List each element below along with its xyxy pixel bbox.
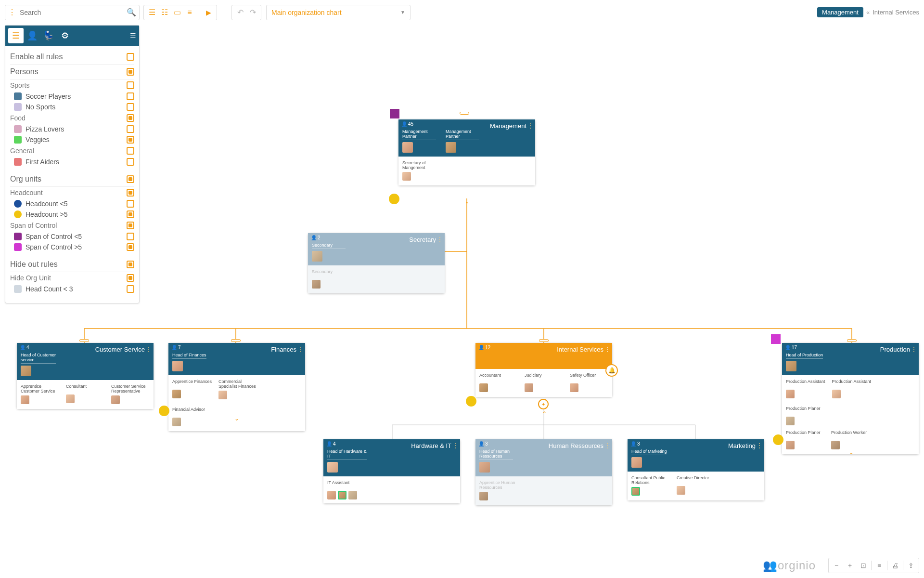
span-tag-icon xyxy=(771,334,781,344)
card-view-button[interactable]: ▭ xyxy=(171,6,183,19)
breadcrumb-active[interactable]: Management xyxy=(817,7,863,17)
avatar xyxy=(786,361,796,371)
headcount-dot-icon xyxy=(159,406,169,416)
breadcrumb-inactive[interactable]: Internal Services xyxy=(873,9,919,16)
avatar xyxy=(525,383,533,392)
avatar xyxy=(338,491,346,499)
alert-ring-icon[interactable]: 🔔 xyxy=(605,364,618,377)
person-icon: 👤 xyxy=(785,345,791,350)
card-customer-service[interactable]: 👤4 Customer Service ⋮ Head of Customer s… xyxy=(17,343,154,409)
card-hr[interactable]: 👤3 Human Ressources ⋮ Head of Human Ress… xyxy=(475,439,612,505)
card-menu-icon[interactable]: ⋮ xyxy=(452,442,458,449)
zoom-in-button[interactable]: + xyxy=(843,559,857,572)
avatar xyxy=(327,491,336,499)
avatar xyxy=(111,395,120,404)
search-box: ⋮ 🔍 xyxy=(5,5,140,20)
avatar xyxy=(21,366,31,376)
breadcrumb-sep: « xyxy=(866,9,870,16)
expand-up-icon[interactable]: ⌃ xyxy=(542,410,547,417)
expand-down-icon[interactable]: ⌄ xyxy=(234,415,239,422)
headcount-dot-icon xyxy=(389,194,399,204)
avatar xyxy=(786,417,795,425)
print-button[interactable]: 🖨 xyxy=(888,559,902,572)
list-view-button[interactable]: ☰ xyxy=(146,6,158,19)
collapse-handle[interactable] xyxy=(539,339,549,342)
avatar xyxy=(786,441,795,449)
search-icon[interactable]: 🔍 xyxy=(127,8,136,17)
settings-button[interactable]: ≡ xyxy=(873,559,886,572)
headcount-dot-icon xyxy=(466,396,476,407)
avatar xyxy=(786,390,795,398)
card-menu-icon[interactable]: ⋮ xyxy=(146,346,152,353)
person-icon: 👤 xyxy=(311,235,317,240)
card-management[interactable]: 👤45 Management ⋮ Management Partner Mana… xyxy=(398,119,535,185)
card-menu-icon[interactable]: ⋮ xyxy=(911,346,917,353)
share-button[interactable]: ⇪ xyxy=(904,559,918,572)
compact-view-button[interactable]: ≡ xyxy=(183,6,196,19)
headcount-dot-icon xyxy=(773,434,783,445)
avatar xyxy=(479,462,490,473)
undo-button[interactable]: ↶ xyxy=(234,6,246,19)
avatar xyxy=(677,486,685,495)
person-icon: 👤 xyxy=(478,441,484,447)
zoom-out-button[interactable]: − xyxy=(830,559,843,572)
card-marketing[interactable]: 👤3 Marketing ⋮ Head of Marketing Consult… xyxy=(628,439,764,500)
collapse-handle[interactable] xyxy=(231,339,241,342)
card-menu-icon[interactable]: ⋮ xyxy=(527,122,533,129)
play-button[interactable]: ▶ xyxy=(202,6,215,19)
collapse-handle[interactable] xyxy=(847,339,857,342)
avatar xyxy=(66,394,75,403)
view-buttons-group: ☰ ☷ ▭ ≡ ▶ xyxy=(143,5,217,20)
person-icon: 👤 xyxy=(326,441,332,447)
person-icon: 👤 xyxy=(20,345,26,350)
avatar xyxy=(402,142,413,153)
chart-selector[interactable]: Main organization chart ▼ xyxy=(266,5,411,20)
history-group: ↶ ↷ xyxy=(231,5,261,20)
breadcrumb: Management « Internal Services xyxy=(817,7,919,17)
chart-selector-label: Main organization chart xyxy=(271,9,342,16)
avatar xyxy=(172,361,183,371)
avatar xyxy=(312,280,321,289)
card-production[interactable]: 👤17 Production ⋮ Head of Production Prod… xyxy=(782,343,919,454)
collapse-handle[interactable] xyxy=(79,339,89,342)
card-menu-icon[interactable]: ⋮ xyxy=(604,346,610,353)
org-chart-canvas[interactable]: 👤45 Management ⋮ Management Partner Mana… xyxy=(0,25,924,578)
chevron-down-icon: ▼ xyxy=(400,10,405,15)
avatar xyxy=(218,391,227,399)
fit-button[interactable]: ⊡ xyxy=(857,559,870,572)
tree-view-button[interactable]: ☷ xyxy=(158,6,171,19)
person-icon: 👤 xyxy=(478,345,484,350)
drag-handle-icon[interactable]: ⋮ xyxy=(8,8,16,17)
avatar xyxy=(402,172,411,181)
expand-up-icon[interactable]: ⌃ xyxy=(464,201,469,208)
collapse-handle[interactable] xyxy=(460,112,469,115)
avatar xyxy=(479,383,488,392)
focus-ring-icon[interactable]: ✦ xyxy=(538,399,549,409)
redo-button[interactable]: ↷ xyxy=(246,6,259,19)
avatar xyxy=(631,457,642,468)
person-icon: 👤 xyxy=(630,441,636,447)
expand-down-icon[interactable]: ⌄ xyxy=(849,449,854,456)
card-menu-icon[interactable]: ⋮ xyxy=(297,346,303,353)
avatar xyxy=(479,492,488,500)
person-icon: 👤 xyxy=(401,121,407,127)
logo: 👥orginio xyxy=(763,559,816,572)
avatar xyxy=(631,487,640,496)
avatar xyxy=(21,395,29,404)
avatar xyxy=(831,441,840,449)
card-menu-icon[interactable]: ⋮ xyxy=(757,442,762,449)
logo-icon: 👥 xyxy=(763,559,778,572)
connector-lines xyxy=(0,25,924,578)
card-menu-icon[interactable]: ⋮ xyxy=(437,236,443,243)
avatar xyxy=(446,142,456,153)
card-secretary[interactable]: 👤2 Secretary ⋮ Secondary Secondary xyxy=(308,233,445,293)
card-menu-icon[interactable]: ⋮ xyxy=(604,442,610,449)
card-hardware-it[interactable]: 👤4 Hardware & IT ⋮ Head of Hardware & IT… xyxy=(323,439,460,503)
avatar xyxy=(348,491,357,499)
person-icon: 👤 xyxy=(171,345,177,350)
avatar xyxy=(312,251,322,262)
card-internal-services[interactable]: 👤12 Internal Services ⋮ 🔔 Accountant Jud… xyxy=(475,343,612,397)
search-input[interactable] xyxy=(20,9,127,16)
avatar xyxy=(570,383,578,392)
toolbar: ⋮ 🔍 ☰ ☷ ▭ ≡ ▶ ↶ ↷ Main organization char… xyxy=(5,4,919,21)
